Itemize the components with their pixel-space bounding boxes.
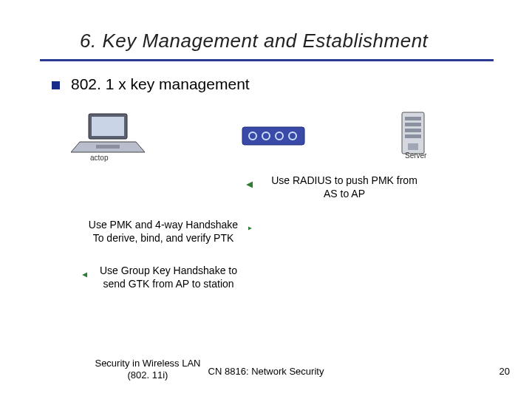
pmk-line2: To derive, bind, and verify PTK bbox=[93, 232, 234, 244]
page-number: 20 bbox=[499, 366, 510, 377]
footer-center: CN 8816: Network Security bbox=[0, 366, 532, 377]
radius-line2: AS to AP bbox=[324, 188, 365, 200]
gtk-line2: send GTK from AP to station bbox=[103, 278, 233, 290]
pmk-line1: Use PMK and 4-way Handshake bbox=[89, 219, 238, 231]
pmk-text: Use PMK and 4-way Handshake To derive, b… bbox=[78, 219, 248, 245]
radius-line1: Use RADIUS to push PMK from bbox=[271, 174, 417, 186]
gtk-text: Use Group Key Handshake to send GTK from… bbox=[87, 265, 250, 290]
gtk-line1: Use Group Key Handshake to bbox=[100, 265, 237, 276]
radius-text: Use RADIUS to push PMK from AS to AP bbox=[253, 174, 436, 200]
